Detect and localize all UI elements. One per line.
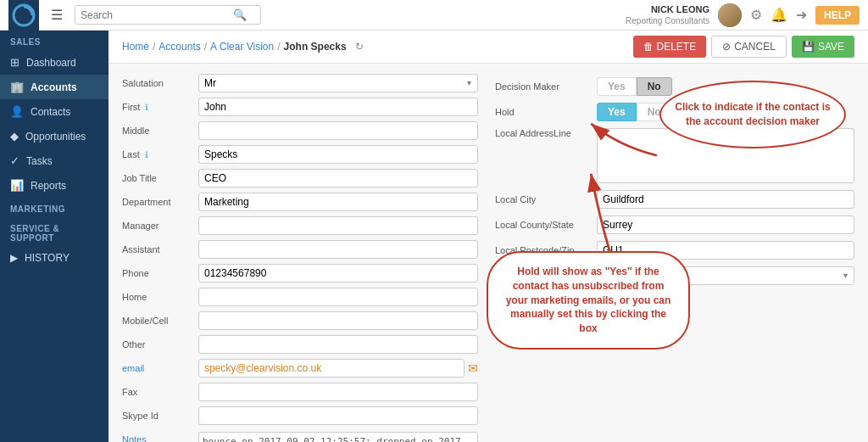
accounts-icon: 🏢 <box>10 81 24 93</box>
breadcrumb-sep: / <box>153 41 155 53</box>
mobile-input[interactable] <box>198 311 478 330</box>
reports-icon: 📊 <box>10 179 24 192</box>
local-county-label: Local County/State <box>495 220 597 230</box>
email-label: email <box>122 363 198 373</box>
contacts-icon: 👤 <box>10 105 24 118</box>
hold-label: Hold <box>495 107 597 117</box>
first-label: First ℹ <box>122 102 198 112</box>
sidebar-item-label: Opportunities <box>25 131 86 143</box>
fax-input[interactable] <box>198 383 478 401</box>
middle-row: Middle <box>122 121 478 140</box>
phone-label: Phone <box>122 268 198 278</box>
marketing-section-header: MARKETING <box>0 198 108 217</box>
breadcrumb-sep: / <box>204 41 207 53</box>
sidebar-item-label: Accounts <box>31 81 77 93</box>
sales-section-header: SALES <box>0 31 108 50</box>
salutation-row: Salutation MrMrsMsDr <box>122 74 478 92</box>
decision-maker-yes-btn[interactable]: Yes <box>597 77 637 96</box>
svg-point-0 <box>14 5 34 25</box>
department-row: Department <box>122 193 478 211</box>
phone-input[interactable] <box>198 264 478 283</box>
email-input[interactable] <box>198 359 465 378</box>
cancel-button[interactable]: ⊘ CANCEL <box>711 36 787 58</box>
notes-row: Notes bounce on 2017-09-02 12:25:57; dro… <box>122 432 478 442</box>
last-info-icon: ℹ <box>145 150 148 159</box>
middle-input[interactable] <box>198 121 478 140</box>
fax-row: Fax <box>122 383 478 401</box>
local-city-input[interactable] <box>597 190 854 209</box>
refresh-icon[interactable]: ↻ <box>355 41 364 53</box>
delete-button[interactable]: 🗑 DELETE <box>633 36 707 58</box>
sidebar-item-dashboard[interactable]: ⊞ Dashboard <box>0 50 108 75</box>
form-area: Salutation MrMrsMsDr First ℹ Midd <box>108 64 868 442</box>
sidebar-item-label: Contacts <box>31 106 70 118</box>
department-input[interactable] <box>198 193 478 211</box>
main-layout: SALES ⊞ Dashboard 🏢 Accounts 👤 Contacts … <box>0 31 868 442</box>
sidebar-item-contacts[interactable]: 👤 Contacts <box>0 99 108 124</box>
other-row: Other <box>122 335 478 354</box>
content-area: Home / Accounts / A Clear Vision / John … <box>108 31 868 442</box>
help-button[interactable]: HELP <box>815 6 860 25</box>
user-company-text: Reporting Consultants <box>626 15 709 26</box>
hamburger-icon[interactable]: ☰ <box>46 7 68 23</box>
skype-input[interactable] <box>198 406 478 425</box>
mobile-row: Mobile/Cell <box>122 311 478 330</box>
search-icon: 🔍 <box>233 8 247 21</box>
last-label: Last ℹ <box>122 149 198 159</box>
user-name-text: NICK LEONG <box>626 3 709 15</box>
sidebar-item-tasks[interactable]: ✓ Tasks <box>0 148 108 173</box>
top-bar: ☰ 🔍 NICK LEONG Reporting Consultants ⚙ 🔔… <box>0 0 868 31</box>
top-bar-right: NICK LEONG Reporting Consultants ⚙ 🔔 ➜ H… <box>626 3 860 27</box>
settings-icon[interactable]: ⚙ <box>750 7 762 23</box>
sidebar-item-opportunities[interactable]: ◆ Opportunities <box>0 124 108 148</box>
cancel-icon: ⊘ <box>722 41 731 53</box>
history-label: HISTORY <box>25 252 70 264</box>
decision-maker-label: Decision Maker <box>495 81 597 92</box>
last-row: Last ℹ <box>122 145 478 164</box>
decision-maker-no-btn[interactable]: No <box>637 77 672 96</box>
phone-row: Phone <box>122 264 478 283</box>
skype-label: Skype Id <box>122 411 198 421</box>
manager-input[interactable] <box>198 216 478 235</box>
breadcrumb-current: John Specks <box>284 41 347 53</box>
jobtitle-label: Job Title <box>122 173 198 183</box>
assistant-row: Assistant <box>122 240 478 259</box>
save-button[interactable]: 💾 SAVE <box>792 36 854 58</box>
assistant-input[interactable] <box>198 240 478 259</box>
notes-textarea[interactable]: bounce on 2017-09-02 12:25:57; dropped o… <box>198 432 478 442</box>
notifications-icon[interactable]: 🔔 <box>771 7 787 23</box>
breadcrumb-home[interactable]: Home <box>122 41 149 53</box>
local-city-label: Local City <box>495 194 597 204</box>
home-input[interactable] <box>198 288 478 306</box>
hold-yes-btn[interactable]: Yes <box>597 103 637 121</box>
home-row: Home <box>122 288 478 306</box>
logout-icon[interactable]: ➜ <box>796 7 807 23</box>
sidebar-item-label: Dashboard <box>26 57 76 69</box>
jobtitle-input[interactable] <box>198 169 478 187</box>
sidebar-item-label: Tasks <box>26 155 53 167</box>
other-input[interactable] <box>198 335 478 354</box>
callout-hold: Hold will show as "Yes" if the contact h… <box>487 251 690 350</box>
breadcrumb-company[interactable]: A Clear Vision <box>210 41 274 53</box>
sidebar-item-history[interactable]: ▶ HISTORY <box>0 246 108 270</box>
local-county-input[interactable] <box>597 215 854 234</box>
chevron-right-icon: ▶ <box>10 252 18 264</box>
other-label: Other <box>122 339 198 350</box>
form-left: Salutation MrMrsMsDr First ℹ Midd <box>122 74 478 442</box>
logo <box>8 0 39 31</box>
salutation-select[interactable]: MrMrsMsDr <box>198 74 478 92</box>
sidebar-item-accounts[interactable]: 🏢 Accounts <box>0 75 108 99</box>
trash-icon: 🗑 <box>643 41 654 53</box>
search-input[interactable] <box>81 9 233 21</box>
jobtitle-row: Job Title <box>122 169 478 187</box>
first-row: First ℹ <box>122 98 478 116</box>
action-buttons: 🗑 DELETE ⊘ CANCEL 💾 SAVE <box>633 36 855 58</box>
sidebar-item-reports[interactable]: 📊 Reports <box>0 173 108 198</box>
last-input[interactable] <box>198 145 478 164</box>
dashboard-icon: ⊞ <box>10 56 19 69</box>
breadcrumb-action-bar: Home / Accounts / A Clear Vision / John … <box>108 31 868 64</box>
breadcrumb-accounts[interactable]: Accounts <box>159 41 200 53</box>
assistant-label: Assistant <box>122 244 198 255</box>
first-input[interactable] <box>198 98 478 116</box>
manager-label: Manager <box>122 221 198 231</box>
